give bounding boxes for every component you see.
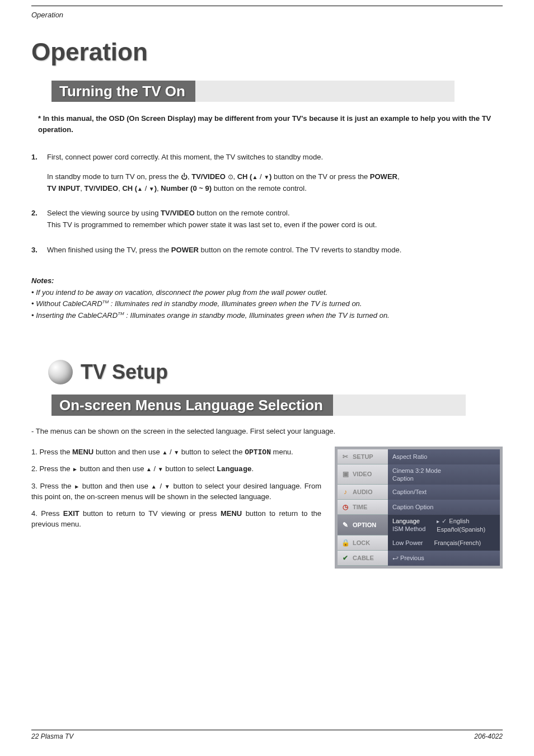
section-bar-2-label: On-screen Menus Language Selection — [51, 395, 333, 416]
osd-tab-setup[interactable]: ✂SETUP — [338, 449, 388, 464]
step-1-line-2: In standby mode to turn TV on, press the… — [47, 171, 503, 183]
step-2: 2. Select the viewing source by using TV… — [31, 208, 503, 231]
top-label: Operation — [31, 6, 503, 19]
osd-lang-french: Français(French) — [434, 539, 481, 547]
osd-lowpower: Low Power — [392, 539, 423, 547]
step-2-body: Select the viewing source by using TV/VI… — [47, 208, 503, 231]
tv-setup-title: TV Setup — [81, 360, 168, 384]
osd-ism: ISM Method — [392, 525, 425, 533]
triangle-icon — [437, 518, 442, 524]
tv-setup-header: TV Setup — [48, 360, 503, 384]
step-2-line-2: This TV is programmed to remember which … — [47, 219, 503, 231]
footer-left: 22 Plasma TV — [31, 732, 73, 740]
section-bar-1: Turning the TV On — [51, 81, 455, 102]
step-1-line-1: First, connect power cord correctly. At … — [47, 152, 503, 163]
osd-screenshot: ✂SETUP Aspect Ratio ▣VIDEO Cinema 3:2 Mo… — [335, 447, 503, 569]
osd-body-7: ⮐ Previous — [388, 551, 500, 566]
section-bar-1-label: Turning the TV On — [51, 81, 195, 102]
tm-icon: TM — [118, 311, 124, 316]
osd-tab-option[interactable]: ✎OPTION — [338, 515, 388, 536]
number-label: Number (0 ~ 9) — [161, 184, 212, 192]
steps-b: 1. Press the MENU button and then use / … — [31, 447, 321, 536]
osd-previous: ⮐ Previous — [392, 554, 495, 562]
osd-row-setup: ✂SETUP Aspect Ratio — [338, 449, 500, 464]
osd-row-video: ▣VIDEO Cinema 3:2 Mode Caption — [338, 464, 500, 485]
top-rule — [31, 6, 503, 6]
notes-block: Notes: • If you intend to be away on vac… — [31, 275, 503, 322]
page: Operation Operation Turning the TV On * … — [0, 0, 534, 756]
step-1-line-3: TV INPUT, TV/VIDEO, CH ( / ), Number (0 … — [47, 183, 503, 195]
footer-right: 206-4022 — [474, 732, 503, 740]
osd-tab-lock[interactable]: 🔒LOCK — [338, 536, 388, 551]
step-1-body: First, connect power cord correctly. At … — [47, 152, 503, 194]
osd-captionoption: Caption Option — [392, 503, 495, 511]
bstep-2: 2. Press the button and then use / butto… — [31, 463, 321, 475]
tvvideo-label: TV/VIDEO — [191, 172, 226, 181]
video-icon: ▣ — [341, 469, 350, 478]
osd-language: Language — [392, 517, 425, 525]
dot-icon — [228, 172, 233, 181]
osd-row-audio: ♪AUDIO Caption/Text — [338, 485, 500, 500]
osd-body-5: Language ISM Method English Español(Span… — [388, 515, 500, 536]
arrow-down-icon — [165, 482, 171, 490]
setup-icon: ✂ — [341, 452, 350, 461]
check-icon — [442, 518, 449, 524]
osd-tab-time[interactable]: ◷TIME — [338, 500, 388, 515]
note-3: • Inserting the CableCARDTM : Illuminate… — [31, 310, 503, 322]
step-3: 3. When finished using the TV, press the… — [31, 245, 503, 256]
bstep-1: 1. Press the MENU button and then use / … — [31, 447, 321, 458]
power-label: POWER — [370, 172, 397, 181]
arrow-up-icon — [162, 448, 167, 456]
arrow-up-icon — [146, 464, 152, 473]
osd-tab-video[interactable]: ▣VIDEO — [338, 464, 388, 485]
osd-aspect: Aspect Ratio — [392, 453, 495, 461]
footer: 22 Plasma TV 206-4022 — [31, 730, 503, 740]
arrow-down-icon — [174, 448, 179, 456]
ch-label: CH ( — [237, 172, 252, 181]
osd-body-1: Aspect Ratio — [388, 449, 500, 464]
sphere-icon — [48, 360, 73, 384]
time-icon: ◷ — [341, 503, 350, 511]
osd-cinema: Cinema 3:2 Mode — [392, 467, 495, 475]
arrow-up-icon — [252, 172, 257, 181]
language-bold: Language — [217, 465, 251, 473]
arrow-right-icon — [72, 464, 78, 473]
option-icon: ✎ — [341, 520, 350, 529]
note-1: • If you intend to be away on vacation, … — [31, 287, 503, 299]
cable-icon: ✔ — [341, 553, 350, 562]
option-label: OPTION — [245, 448, 271, 457]
arrow-up-icon — [137, 184, 143, 192]
tm-icon: TM — [102, 299, 109, 304]
osd-row-option: ✎OPTION Language ISM Method English Espa… — [338, 515, 500, 536]
osd-body-3: Caption/Text — [388, 485, 500, 500]
two-col: 1. Press the MENU button and then use / … — [31, 447, 503, 569]
osd-row-time: ◷TIME Caption Option — [338, 500, 500, 515]
tvinput-label: TV INPUT — [47, 184, 80, 192]
step-num-2: 2. — [31, 208, 41, 231]
notes-heading: Notes: — [31, 275, 503, 287]
osd-lang-english: English — [437, 517, 485, 525]
arrow-down-icon — [264, 172, 269, 181]
intro-note: * In this manual, the OSD (On Screen Dis… — [38, 113, 503, 135]
osd-lang-spanish: Español(Spanish) — [437, 525, 485, 533]
arrow-icon: ⮐ — [392, 555, 399, 561]
osd-tab-cable[interactable]: ✔CABLE — [338, 551, 388, 566]
osd-captiontext: Caption/Text — [392, 488, 495, 496]
osd-body-2: Cinema 3:2 Mode Caption — [388, 464, 500, 485]
bstep-3: 3. Press the button and then use / butto… — [31, 481, 321, 503]
arrow-down-icon — [149, 184, 154, 192]
osd-caption: Caption — [392, 475, 495, 482]
page-title: Operation — [31, 38, 503, 66]
arrow-up-icon — [151, 482, 157, 490]
step-num-3: 3. — [31, 245, 41, 256]
power-icon — [181, 172, 188, 181]
osd-tab-audio[interactable]: ♪AUDIO — [338, 485, 388, 500]
header-section: Operation — [31, 11, 63, 19]
osd-body-6: Low Power Français(French) — [388, 536, 500, 551]
step-1: 1. First, connect power cord correctly. … — [31, 152, 503, 194]
step-3-body: When finished using the TV, press the PO… — [47, 245, 503, 256]
arrow-right-icon — [74, 482, 79, 490]
note-2: • Without CableCARDTM : Illuminates red … — [31, 298, 503, 310]
arrow-down-icon — [158, 464, 163, 473]
sub-note: - The menus can be shown on the screen i… — [31, 427, 503, 435]
